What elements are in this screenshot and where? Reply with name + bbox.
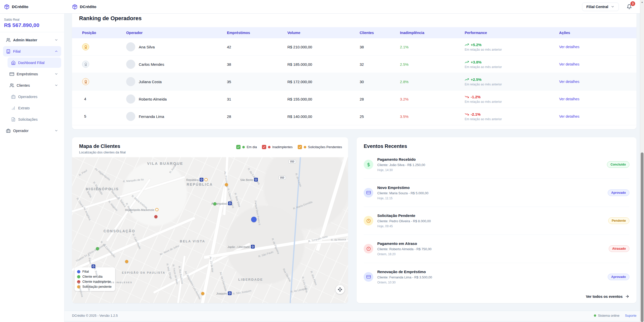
branch-selector-button[interactable]: Filial Central	[582, 3, 619, 11]
alert-circle-icon	[364, 244, 373, 253]
position-cell	[82, 43, 126, 50]
map-marker-ok[interactable]	[96, 247, 99, 250]
page-scrollbar[interactable]: ▲	[640, 0, 644, 322]
map-street-label: R. Líbero Badaró	[227, 188, 235, 208]
ranking-card: Ranking de Operadores PosiçãoOperadorEmp…	[72, 14, 636, 129]
operator-cell: Ana Silva	[126, 42, 227, 51]
map-marker-pending[interactable]	[125, 260, 128, 263]
bar-chart-icon	[11, 106, 16, 110]
map-area-label: VILA BUARQUE	[147, 161, 183, 166]
sidebar-item-dashboard-filial[interactable]: Dashboard Filial	[8, 57, 61, 68]
scrollbar-up-button[interactable]: ▲	[640, 0, 644, 4]
avatar	[126, 112, 135, 121]
sidebar-item-operadores[interactable]: Operadores	[3, 91, 61, 102]
brand-name: DCrédito	[80, 5, 96, 9]
chevron-down-icon	[611, 5, 615, 9]
operator-name: Roberto Almeida	[139, 97, 167, 101]
event-detail: Cliente: Pedro Oliveira - R$ 8.000,00	[377, 219, 604, 223]
scrollbar-thumb[interactable]	[641, 152, 643, 322]
operator-cell: Juliana Costa	[126, 77, 227, 86]
map-filter-em-dia[interactable]: Em dia	[236, 145, 257, 149]
sidebar-item-clientes[interactable]: Clientes	[3, 80, 61, 90]
filter-label: Em dia	[247, 145, 257, 149]
map-marker-pending[interactable]	[225, 183, 228, 186]
sidebar-item-operador[interactable]: Operador	[3, 125, 61, 136]
event-item: Renovação de EmpréstimoCliente: Fernanda…	[364, 263, 629, 291]
metro-station: República	[186, 178, 208, 182]
trend-value: +3.8%	[465, 60, 559, 64]
recent-events-card: Eventos Recentes Pagamento RecebidoClien…	[357, 137, 636, 303]
map-marker-branch[interactable]	[251, 217, 257, 222]
operator-cell: Roberto Almeida	[126, 94, 227, 104]
filter-dot	[304, 146, 306, 148]
footer-copyright: DCrédito © 2025 - Versão 1.2.5	[72, 314, 118, 317]
position-cell: 4	[82, 97, 126, 101]
map-street-label: R. Sabará	[117, 196, 127, 208]
map-marker-late[interactable]	[154, 215, 158, 218]
sidebar-item-solicitacoes[interactable]: Solicitações	[3, 114, 61, 124]
loans-cell: 28	[227, 114, 287, 119]
map-filter-solicitações-pendentes[interactable]: Solicitações Pendentes	[298, 145, 342, 149]
sidebar-nav: Admin MasterFilialDashboard FilialEmprés…	[0, 32, 64, 138]
event-body: Pagamento RecebidoCliente: João Silva - …	[377, 157, 603, 172]
map-marker-pending[interactable]	[201, 292, 205, 295]
volume-cell: R$ 185.000,00	[287, 62, 360, 67]
system-status: Sistema online	[594, 314, 619, 317]
checkbox-checked-icon[interactable]	[262, 145, 266, 149]
map-area-label: MORRO DOS INGLESES	[95, 281, 132, 284]
clients-map[interactable]: FilialCliente em diaCliente inadimplente…	[72, 157, 348, 303]
view-details-link[interactable]: Ver detalhes	[559, 62, 580, 66]
ranking-title: Ranking de Operadores	[72, 15, 636, 22]
notifications-button[interactable]: 3	[625, 3, 633, 11]
map-marker-ok[interactable]	[213, 202, 217, 206]
users-icon	[10, 83, 14, 88]
online-dot	[594, 314, 596, 317]
package-logo-icon	[72, 4, 78, 10]
sidebar-item-extrato[interactable]: Extrato	[3, 103, 61, 113]
checkbox-checked-icon[interactable]	[236, 145, 241, 149]
sidebar-item-filial[interactable]: Filial	[3, 46, 61, 56]
event-body: Renovação de EmpréstimoCliente: Fernanda…	[377, 270, 604, 284]
legend-label: Filial	[82, 270, 89, 273]
view-details-link[interactable]: Ver detalhes	[559, 97, 580, 101]
view-details-link[interactable]: Ver detalhes	[559, 45, 580, 49]
view-details-link[interactable]: Ver detalhes	[559, 114, 580, 118]
column-header: Clientes	[360, 31, 400, 35]
volume-cell: R$ 172.000,00	[287, 80, 360, 84]
support-link[interactable]: Suporte	[625, 314, 636, 317]
sidebar-item-emprestimos[interactable]: Empréstimos	[3, 69, 61, 79]
map-filter-inadimplentes[interactable]: Inadimplentes	[262, 145, 293, 149]
map-area-label: HIGIENÓPOLIS	[86, 187, 119, 191]
status-badge: Pendente	[608, 217, 629, 224]
trend-caption: Em relação ao mês anterior	[465, 48, 559, 51]
view-details-link[interactable]: Ver detalhes	[559, 80, 580, 84]
event-detail: Cliente: Maria Souza - R$ 5.000,00	[377, 191, 604, 195]
notification-badge: 3	[630, 1, 635, 6]
filter-label: Inadimplentes	[272, 145, 293, 149]
metro-icon	[228, 202, 232, 205]
metro-station-label: República	[186, 178, 199, 181]
see-all-events-button[interactable]: Ver todos os eventos	[586, 294, 629, 299]
arrow-right-icon	[625, 294, 629, 299]
performance-cell: -2.1%Em relação ao mês anterior	[465, 112, 559, 121]
trending-down-icon	[465, 95, 469, 99]
metro-icon	[251, 245, 255, 249]
brand-name: DCrédito	[12, 5, 28, 9]
bronze-medal-icon	[82, 78, 89, 85]
position-number: 4	[82, 97, 86, 101]
sidebar-item-admin-master[interactable]: Admin Master	[3, 35, 61, 45]
chevron-up-icon	[54, 49, 58, 53]
trend-caption: Em relação ao mês anterior	[465, 83, 559, 86]
actions-cell: Ver detalhes	[559, 114, 629, 119]
checkbox-checked-icon[interactable]	[298, 145, 302, 149]
trend-caption: Em relação ao mês anterior	[465, 117, 559, 121]
credit-card-icon	[364, 272, 373, 282]
map-area-label: ESPIGÃO DA PAULISTA	[122, 271, 165, 274]
trend-value: -2.1%	[465, 112, 559, 116]
sidebar-item-label: Clientes	[17, 83, 30, 87]
map-street-label: R. da Cantareira	[247, 168, 261, 185]
trend-percent: +5.2%	[471, 43, 482, 47]
metro-station: São Bento	[240, 178, 258, 182]
map-expand-button[interactable]	[335, 285, 345, 294]
balance-label: Saldo Real	[4, 18, 60, 21]
